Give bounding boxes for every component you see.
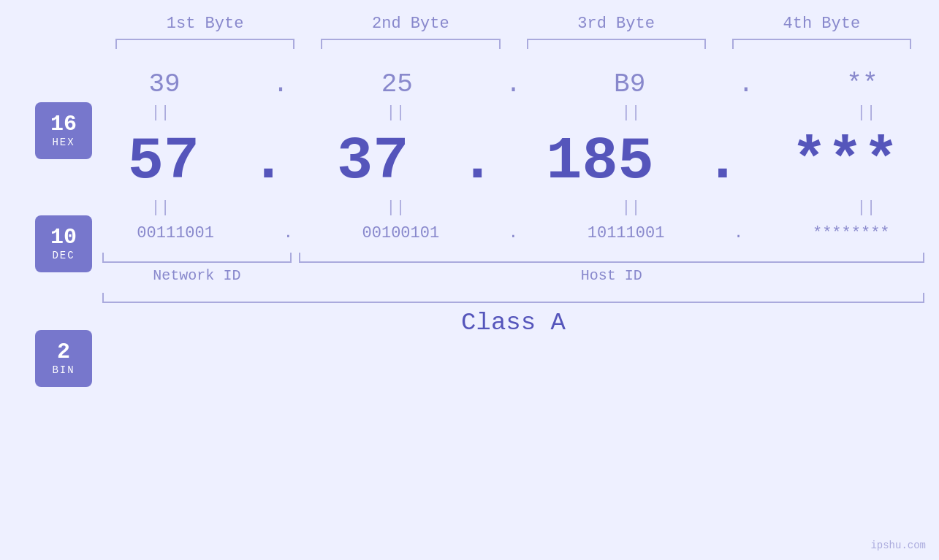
hex-dot3: .: [738, 69, 754, 99]
hex-byte4: **: [846, 69, 878, 99]
dec-byte3: 185: [546, 128, 654, 196]
dec-byte4: ***: [791, 128, 900, 196]
main-layout: 16 HEX 10 DEC 2 BIN 1st Byte 2nd Byte 3r…: [0, 0, 939, 560]
byte1-label: 1st Byte: [102, 15, 308, 33]
eq2-b2: ||: [386, 199, 405, 217]
bracket-top-1: [115, 39, 294, 49]
bin-byte1: 00111001: [137, 224, 214, 242]
bin-byte4: ********: [813, 224, 890, 242]
eq1-b2: ||: [386, 104, 405, 122]
bottom-brackets-row: [102, 253, 924, 263]
byte2-label: 2nd Byte: [308, 15, 513, 33]
bin-byte2: 00100101: [362, 224, 440, 242]
bracket-top-3: [527, 39, 706, 49]
equals-row-2: || || || ||: [102, 199, 924, 217]
eq1-b3: ||: [621, 104, 640, 122]
bin-dot3: .: [734, 224, 743, 242]
byte-labels-row: 1st Byte 2nd Byte 3rd Byte 4th Byte: [102, 15, 924, 33]
dec-dot1: .: [250, 128, 286, 196]
eq2-b1: ||: [151, 199, 170, 217]
dec-byte2: 37: [337, 128, 408, 196]
eq2-b3: ||: [621, 199, 640, 217]
bin-dot1: .: [284, 224, 293, 242]
byte3-label: 3rd Byte: [514, 15, 719, 33]
hex-byte3: B9: [614, 69, 645, 99]
top-brackets-row: [102, 39, 924, 49]
id-labels-row: Network ID Host ID: [102, 267, 924, 284]
hex-dot2: .: [506, 69, 522, 99]
bracket-top-4: [732, 39, 911, 49]
eq1-b4: ||: [856, 104, 875, 122]
bin-dot2: .: [509, 224, 518, 242]
dec-values-row: 57 . 37 . 185 . ***: [102, 128, 924, 196]
hex-byte2: 25: [381, 69, 413, 99]
dec-badge-label: DEC: [52, 250, 75, 261]
hex-dot1: .: [273, 69, 289, 99]
dec-byte1: 57: [128, 128, 199, 196]
eq1-b1: ||: [151, 104, 170, 122]
network-id-label: Network ID: [102, 267, 292, 284]
bracket-class: [102, 293, 924, 303]
class-label: Class A: [102, 309, 924, 337]
byte4-label: 4th Byte: [719, 15, 924, 33]
dec-badge: 10 DEC: [35, 215, 92, 272]
dec-badge-number: 10: [50, 226, 77, 248]
equals-row-1: || || || ||: [102, 104, 924, 122]
content-area: 1st Byte 2nd Byte 3rd Byte 4th Byte 39 .…: [102, 0, 924, 560]
host-id-label: Host ID: [299, 267, 924, 284]
bracket-network: [102, 253, 292, 263]
bin-badge-label: BIN: [52, 364, 75, 376]
bin-badge: 2 BIN: [35, 330, 92, 387]
hex-badge: 16 HEX: [35, 102, 92, 159]
eq2-b4: ||: [856, 199, 875, 217]
hex-byte1: 39: [148, 69, 180, 99]
watermark: ipshu.com: [870, 540, 926, 551]
bin-values-row: 00111001 . 00100101 . 10111001 . *******…: [102, 224, 924, 242]
bracket-host: [299, 253, 924, 263]
hex-badge-label: HEX: [52, 137, 75, 148]
hex-values-row: 39 . 25 . B9 . **: [102, 69, 924, 99]
hex-badge-number: 16: [50, 113, 77, 135]
bin-badge-number: 2: [57, 341, 70, 363]
dec-dot3: .: [704, 128, 740, 196]
dec-dot2: .: [460, 128, 495, 196]
bracket-top-2: [321, 39, 500, 49]
bin-byte3: 10111001: [588, 224, 665, 242]
